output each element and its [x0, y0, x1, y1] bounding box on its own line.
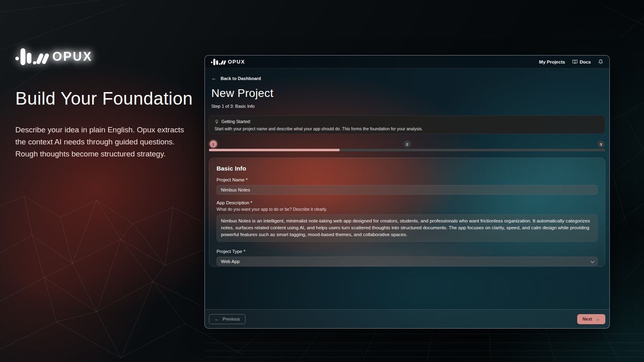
back-arrow-icon: ←	[211, 75, 217, 81]
app-description-textarea[interactable]: Nimbus Notes is an intelligent, minimali…	[217, 214, 598, 242]
next-button[interactable]: Next →	[577, 314, 605, 324]
stepper: 1 2 3	[209, 140, 605, 148]
back-to-dashboard-link[interactable]: ← Back to Dashboard	[211, 75, 261, 81]
bell-icon	[598, 59, 603, 64]
step-indicator-2[interactable]: 2	[404, 140, 411, 148]
chevron-down-icon	[590, 259, 594, 263]
step-indicator-1[interactable]: 1	[210, 140, 217, 148]
lightbulb-icon	[215, 119, 219, 124]
project-type-select[interactable]: Web App	[217, 257, 598, 266]
arrow-right-icon: →	[595, 316, 600, 322]
app-description-helper: What do you want your app to do or be? D…	[217, 207, 598, 212]
getting-started-callout: Getting Started: Start with your project…	[209, 115, 605, 134]
project-type-label: Project Type *	[217, 249, 598, 254]
callout-title-row: Getting Started:	[215, 119, 600, 124]
nav-docs[interactable]: Docs	[572, 59, 591, 64]
header-nav: My Projects Docs	[539, 59, 603, 64]
opux-logo: OPUX	[15, 48, 93, 65]
back-link-label: Back to Dashboard	[221, 76, 261, 81]
book-icon	[572, 59, 578, 64]
app-window: OPUX My Projects Docs	[204, 55, 610, 329]
arrow-left-icon: ←	[215, 316, 219, 322]
project-type-value: Web App	[221, 259, 239, 264]
next-label: Next	[582, 317, 592, 321]
opux-logo-icon	[211, 59, 225, 65]
my-projects-label: My Projects	[539, 60, 565, 64]
progress-fill	[209, 149, 340, 151]
project-name-input[interactable]	[217, 185, 598, 195]
page-background: OPUX Build Your Foundation Describe your…	[0, 0, 644, 362]
previous-label: Previous	[223, 317, 240, 321]
docs-label: Docs	[580, 60, 591, 64]
page-description: Describe your idea in plain English. Opu…	[15, 124, 191, 160]
notifications-button[interactable]	[598, 59, 603, 64]
page-title: New Project	[211, 87, 273, 100]
app-logo-text: OPUX	[228, 59, 245, 65]
project-name-label: Project Name *	[217, 177, 598, 182]
opux-logo-icon	[15, 48, 47, 65]
basic-info-card: Basic Info Project Name * App Descriptio…	[209, 158, 605, 267]
app-description-label: App Description *	[217, 200, 598, 205]
progress-bar-track	[209, 149, 605, 151]
step-indicator-3[interactable]: 3	[597, 140, 605, 148]
card-title: Basic Info	[217, 165, 598, 172]
app-header: OPUX My Projects Docs	[205, 56, 609, 68]
opux-logo-text: OPUX	[52, 49, 93, 64]
callout-body: Start with your project name and describ…	[215, 126, 600, 131]
nav-my-projects[interactable]: My Projects	[539, 60, 565, 64]
step-progress-label: Step 1 of 3: Basic Info	[211, 104, 255, 109]
app-logo[interactable]: OPUX	[211, 59, 245, 65]
page-headline: Build Your Foundation	[15, 88, 193, 109]
callout-title: Getting Started:	[221, 119, 251, 124]
previous-button[interactable]: ← Previous	[209, 314, 246, 324]
wizard-footer: ← Previous Next →	[205, 309, 609, 328]
